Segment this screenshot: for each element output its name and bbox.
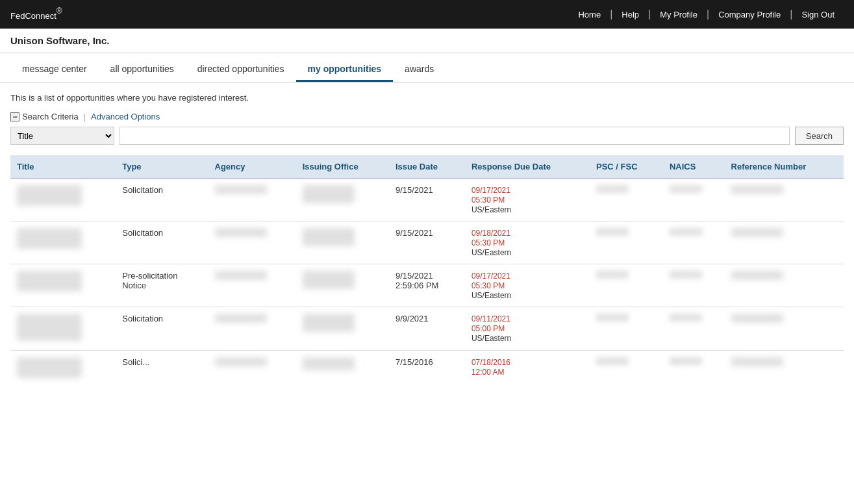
- col-header-type: Type: [116, 155, 208, 179]
- ref-blurred: [731, 228, 783, 237]
- type-value: Solicitation: [122, 314, 163, 323]
- app-logo: FedConnect®: [10, 6, 569, 23]
- type-value: Pre-solicitationNotice: [122, 271, 177, 290]
- table-header-row: Title Type Agency Issuing Office Issue D…: [10, 155, 844, 179]
- minus-icon: −: [10, 112, 19, 121]
- issuing-office-blurred: [303, 228, 355, 246]
- cell-issuing-office: [296, 179, 389, 221]
- tab-my-opportunities[interactable]: my opportunities: [296, 56, 394, 82]
- agency-blurred: [215, 185, 267, 194]
- ref-blurred: [731, 271, 783, 280]
- search-row: Title Agency Reference Number NAICS Type…: [10, 127, 844, 145]
- search-field-select[interactable]: Title Agency Reference Number NAICS Type: [10, 127, 114, 145]
- company-profile-link[interactable]: Company Profile: [709, 10, 790, 19]
- search-button[interactable]: Search: [795, 127, 844, 145]
- cell-naics: [663, 351, 725, 388]
- sign-out-link[interactable]: Sign Out: [792, 10, 844, 19]
- psc-blurred: [596, 185, 629, 193]
- cell-reference-number: [725, 179, 844, 221]
- response-date-value: 07/18/2016: [471, 358, 510, 367]
- cell-response-due-date: 09/11/2021 05:00 PM US/Eastern: [465, 307, 590, 351]
- cell-issue-date: 9/15/2021: [389, 179, 465, 221]
- cell-issuing-office: [296, 351, 389, 388]
- agency-blurred: [215, 228, 267, 237]
- cell-agency: [208, 221, 296, 264]
- cell-agency: [208, 264, 296, 307]
- logo-sup: ®: [57, 6, 62, 16]
- response-tz-value: US/Eastern: [471, 205, 511, 214]
- col-header-issue-date: Issue Date: [389, 155, 465, 179]
- table-row: Solici... 7/15/2016 07/18/2016 12:00 AM: [10, 351, 844, 388]
- col-header-reference-number: Reference Number: [725, 155, 844, 179]
- response-tz-value: US/Eastern: [471, 291, 511, 300]
- cell-psc-fsc: [590, 264, 663, 307]
- issuing-office-blurred: [303, 271, 355, 289]
- cell-psc-fsc: [590, 307, 663, 351]
- tab-awards[interactable]: awards: [393, 56, 446, 82]
- col-header-response-due-date: Response Due Date: [465, 155, 590, 179]
- cell-issue-date: 9/9/2021: [389, 307, 465, 351]
- response-tz-value: US/Eastern: [471, 334, 511, 343]
- advanced-options-link[interactable]: Advanced Options: [91, 112, 160, 121]
- cell-type: Solicitation: [116, 221, 208, 264]
- cell-issue-date: 7/15/2016: [389, 351, 465, 388]
- title-blurred: [17, 314, 82, 341]
- title-blurred: [17, 228, 82, 249]
- title-blurred: [17, 185, 82, 206]
- issuing-office-blurred: [303, 314, 355, 332]
- col-header-agency: Agency: [208, 155, 296, 179]
- table-row: Solicitation 9/15/2021 09/17/2021 05:30 …: [10, 179, 844, 221]
- help-link[interactable]: Help: [612, 10, 648, 19]
- logo-text: FedConnect: [10, 11, 57, 21]
- tab-directed-opportunities[interactable]: directed opportunities: [186, 56, 296, 82]
- cell-naics: [663, 264, 725, 307]
- search-criteria-bar: − Search Criteria | Advanced Options: [10, 112, 844, 121]
- type-value: Solici...: [122, 357, 149, 367]
- cell-title: [10, 221, 116, 264]
- ref-blurred: [731, 357, 783, 366]
- response-time-value: 05:30 PM: [471, 195, 505, 205]
- cell-reference-number: [725, 221, 844, 264]
- cell-issue-date: 9/15/2021: [389, 221, 465, 264]
- cell-title: [10, 351, 116, 388]
- cell-response-due-date: 09/18/2021 05:30 PM US/Eastern: [465, 221, 590, 264]
- cell-issuing-office: [296, 307, 389, 351]
- type-value: Solicitation: [122, 228, 163, 238]
- cell-agency: [208, 179, 296, 221]
- cell-type: Solicitation: [116, 307, 208, 351]
- cell-naics: [663, 221, 725, 264]
- issuing-office-blurred: [303, 357, 355, 370]
- home-link[interactable]: Home: [569, 10, 610, 19]
- cell-response-due-date: 09/17/2021 05:30 PM US/Eastern: [465, 264, 590, 307]
- ref-blurred: [731, 185, 783, 194]
- title-blurred: [17, 271, 82, 292]
- table-row: Pre-solicitationNotice 9/15/20212:59:06 …: [10, 264, 844, 307]
- my-profile-link[interactable]: My Profile: [651, 10, 707, 19]
- main-content: This is a list of opportunities where yo…: [0, 82, 854, 397]
- search-criteria-label: Search Criteria: [22, 112, 79, 121]
- cell-issuing-office: [296, 264, 389, 307]
- naics-blurred: [670, 228, 702, 236]
- psc-blurred: [596, 228, 629, 236]
- cell-psc-fsc: [590, 221, 663, 264]
- cell-title: [10, 307, 116, 351]
- tab-all-opportunities[interactable]: all opportunities: [99, 56, 186, 82]
- psc-blurred: [596, 357, 629, 365]
- agency-blurred: [215, 271, 267, 280]
- response-date-value: 09/11/2021: [471, 314, 510, 323]
- criteria-sep: |: [84, 112, 86, 121]
- response-time-value: 05:00 PM: [471, 324, 505, 333]
- response-date-value: 09/18/2021: [471, 229, 510, 238]
- response-time-value: 05:30 PM: [471, 238, 505, 247]
- company-bar: Unison Software, Inc.: [0, 29, 854, 53]
- response-date-value: 09/17/2021: [471, 186, 510, 195]
- naics-blurred: [670, 314, 702, 321]
- results-table: Title Type Agency Issuing Office Issue D…: [10, 155, 844, 387]
- type-value: Solicitation: [122, 185, 163, 195]
- ref-blurred: [731, 314, 783, 323]
- search-input[interactable]: [119, 127, 790, 145]
- tab-message-center[interactable]: message center: [10, 56, 99, 82]
- collapse-button[interactable]: − Search Criteria: [10, 112, 79, 121]
- cell-agency: [208, 307, 296, 351]
- issuing-office-blurred: [303, 185, 355, 203]
